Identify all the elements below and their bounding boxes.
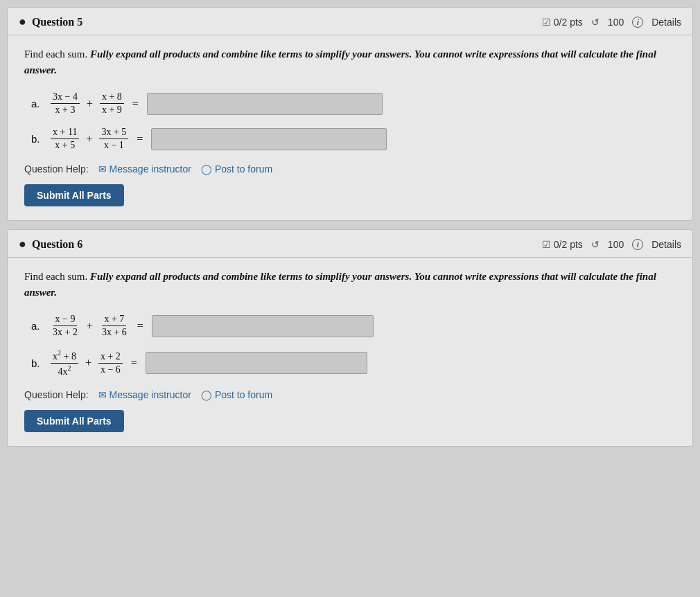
- question-header-5: ● Question 5 ☑ 0/2 pts ↺ 100 i Details: [8, 8, 692, 35]
- fraction-6b-1: x2 + 8 4x2: [51, 349, 78, 377]
- math-row-5a: a. 3x − 4 x + 3 + x + 8 x + 9 =: [31, 91, 676, 116]
- equals-5a: =: [132, 98, 139, 110]
- part-label-6a: a.: [31, 320, 44, 332]
- plus-sign-6a: +: [87, 320, 93, 332]
- answer-input-5a[interactable]: [147, 93, 383, 115]
- answer-input-6a[interactable]: [152, 315, 374, 337]
- post-to-forum-link-6[interactable]: ◯ Post to forum: [201, 389, 272, 400]
- part-label-6b: b.: [31, 357, 44, 369]
- math-row-6a: a. x − 9 3x + 2 + x + 7 3x + 6 =: [31, 314, 676, 338]
- fraction-6a-2: x + 7 3x + 6: [100, 314, 129, 338]
- details-link-6[interactable]: Details: [651, 239, 681, 250]
- answer-input-6b[interactable]: [146, 352, 367, 374]
- plus-sign-5b: +: [86, 133, 92, 145]
- equals-6a: =: [137, 320, 143, 332]
- submit-button-5[interactable]: Submit All Parts: [24, 184, 124, 206]
- bullet-icon-5: ●: [19, 15, 26, 29]
- math-problems-6: a. x − 9 3x + 2 + x + 7 3x + 6 =: [31, 314, 676, 377]
- pts-badge-6: ☑ 0/2 pts: [542, 239, 583, 250]
- numerator-5b-2: 3x + 5: [99, 127, 128, 139]
- math-expr-5a: 3x − 4 x + 3 + x + 8 x + 9 =: [51, 91, 383, 116]
- help-label-5: Question Help:: [24, 163, 89, 175]
- math-row-6b: b. x2 + 8 4x2 + x + 2 x − 6 =: [31, 349, 676, 377]
- retries-5: 100: [608, 17, 624, 28]
- check-icon-5: ☑: [542, 17, 551, 28]
- fraction-5b-1: x + 11 x + 5: [51, 127, 79, 151]
- info-icon-6[interactable]: i: [632, 239, 643, 250]
- question-meta-5: ☑ 0/2 pts ↺ 100 i Details: [542, 17, 681, 28]
- question-label-5: Question 5: [32, 16, 82, 28]
- refresh-icon-6[interactable]: ↺: [591, 239, 600, 250]
- denominator-6a-1: 3x + 2: [51, 326, 80, 338]
- plus-sign-6b: +: [85, 357, 91, 369]
- denominator-5a-1: x + 3: [53, 104, 78, 116]
- mail-icon-6: ✉: [98, 389, 107, 400]
- numerator-6a-1: x − 9: [53, 314, 78, 326]
- question-help-6: Question Help: ✉ Message instructor ◯ Po…: [24, 389, 676, 400]
- question-body-5: Find each sum. Fully expand all products…: [8, 35, 692, 220]
- math-problems-5: a. 3x − 4 x + 3 + x + 8 x + 9 =: [31, 91, 676, 151]
- math-expr-6a: x − 9 3x + 2 + x + 7 3x + 6 =: [51, 314, 374, 338]
- math-expr-5b: x + 11 x + 5 + 3x + 5 x − 1 =: [51, 127, 387, 151]
- retries-6: 100: [608, 239, 624, 250]
- question-title-6: ● Question 6: [19, 237, 82, 251]
- numerator-6a-2: x + 7: [102, 314, 126, 326]
- mail-icon-5: ✉: [98, 163, 107, 175]
- pts-value-6: 0/2 pts: [554, 239, 583, 250]
- forum-icon-5: ◯: [201, 163, 212, 175]
- post-to-forum-text-6: Post to forum: [215, 389, 272, 400]
- question-body-6: Find each sum. Fully expand all products…: [8, 258, 692, 446]
- message-instructor-link-5[interactable]: ✉ Message instructor: [98, 163, 191, 175]
- bullet-icon-6: ●: [19, 237, 26, 251]
- answer-input-5b[interactable]: [151, 128, 387, 150]
- instructions-5: Find each sum. Fully expand all products…: [24, 46, 676, 78]
- numerator-5a-2: x + 8: [100, 91, 124, 104]
- denominator-5b-1: x + 5: [53, 139, 77, 151]
- details-link-5[interactable]: Details: [651, 17, 681, 28]
- check-icon-6: ☑: [542, 239, 551, 250]
- question-title-5: ● Question 5: [19, 15, 82, 29]
- equals-6b: =: [131, 357, 137, 369]
- question-card-5: ● Question 5 ☑ 0/2 pts ↺ 100 i Details F…: [7, 7, 693, 221]
- fraction-5a-2: x + 8 x + 9: [100, 91, 124, 116]
- part-label-5b: b.: [31, 133, 44, 145]
- question-header-6: ● Question 6 ☑ 0/2 pts ↺ 100 i Details: [8, 230, 692, 258]
- denominator-5a-2: x + 9: [100, 104, 124, 116]
- fraction-5a-1: 3x − 4 x + 3: [51, 91, 80, 116]
- numerator-6b-1: x2 + 8: [51, 349, 78, 364]
- pts-badge-5: ☑ 0/2 pts: [542, 17, 583, 28]
- page: ● Question 5 ☑ 0/2 pts ↺ 100 i Details F…: [0, 0, 700, 597]
- pts-value-5: 0/2 pts: [554, 17, 583, 28]
- message-instructor-link-6[interactable]: ✉ Message instructor: [98, 389, 191, 400]
- message-instructor-text-6: Message instructor: [110, 389, 191, 400]
- fraction-5b-2: 3x + 5 x − 1: [99, 127, 128, 151]
- help-label-6: Question Help:: [24, 389, 89, 400]
- fraction-6a-1: x − 9 3x + 2: [51, 314, 80, 338]
- plus-sign-5a: +: [87, 98, 93, 110]
- numerator-6b-2: x + 2: [98, 351, 123, 364]
- question-card-6: ● Question 6 ☑ 0/2 pts ↺ 100 i Details F…: [7, 229, 693, 447]
- instructions-6: Find each sum. Fully expand all products…: [24, 269, 676, 300]
- part-label-5a: a.: [31, 98, 44, 109]
- question-meta-6: ☑ 0/2 pts ↺ 100 i Details: [542, 239, 681, 250]
- denominator-6b-2: x − 6: [98, 364, 123, 375]
- post-to-forum-link-5[interactable]: ◯ Post to forum: [201, 163, 272, 175]
- question-label-6: Question 6: [32, 238, 82, 251]
- denominator-6a-2: 3x + 6: [100, 326, 129, 338]
- post-to-forum-text-5: Post to forum: [215, 163, 272, 175]
- numerator-5a-1: 3x − 4: [51, 91, 80, 104]
- message-instructor-text-5: Message instructor: [110, 163, 191, 175]
- numerator-5b-1: x + 11: [51, 127, 79, 139]
- info-icon-5[interactable]: i: [632, 17, 643, 28]
- fraction-6b-2: x + 2 x − 6: [98, 351, 123, 375]
- submit-button-6[interactable]: Submit All Parts: [24, 410, 124, 432]
- forum-icon-6: ◯: [201, 389, 212, 400]
- math-row-5b: b. x + 11 x + 5 + 3x + 5 x − 1 =: [31, 127, 676, 151]
- math-expr-6b: x2 + 8 4x2 + x + 2 x − 6 =: [51, 349, 367, 377]
- denominator-5b-2: x − 1: [102, 139, 126, 151]
- refresh-icon-5[interactable]: ↺: [591, 17, 600, 28]
- question-help-5: Question Help: ✉ Message instructor ◯ Po…: [24, 163, 676, 175]
- equals-5b: =: [137, 133, 143, 145]
- denominator-6b-1: 4x2: [55, 364, 73, 377]
